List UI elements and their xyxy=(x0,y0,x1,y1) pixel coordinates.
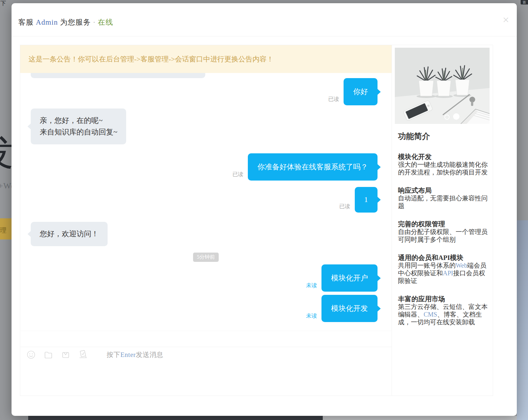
announcement-banner: 这是一条公告！你可以在后台管理->客服管理->会话窗口中进行更换公告内容！ xyxy=(20,45,392,73)
feature-title: 通用的会员和API模块 xyxy=(398,254,490,262)
bag-icon[interactable] xyxy=(61,350,71,360)
feature-section: 丰富的应用市场 第三方云存储、云短信、富文本编辑器、CMS、博客、文档生成，一切… xyxy=(398,295,490,326)
folder-icon[interactable] xyxy=(43,350,53,360)
close-icon[interactable]: × xyxy=(503,14,509,26)
sidebar-heading: 功能简介 xyxy=(398,131,490,141)
unread-status: 未读 xyxy=(306,312,317,319)
feature-desc: 自由分配子级权限、一个管理员可同时属于多个组别 xyxy=(398,228,490,243)
sidebar-carousel-image xyxy=(395,48,490,124)
dialog-content: 这是一条公告！你可以在后台管理->客服管理->会话窗口中进行更换公告内容！ 已读… xyxy=(20,45,493,396)
feature-title: 响应式布局 xyxy=(398,187,490,194)
feature-desc: 共用同一账号体系的Web端会员中心权限验证和API接口会员权限验证 xyxy=(398,262,490,285)
emoji-icon[interactable] xyxy=(26,350,36,360)
dialog-header: 客服 Admin 为您服务 · 在线 × xyxy=(12,3,517,36)
read-status: 已读 xyxy=(328,95,339,103)
background-top-right-icon: 首 xyxy=(521,0,528,4)
feature-title: 丰富的应用市场 xyxy=(398,295,490,303)
feature-title: 模块化开发 xyxy=(398,153,490,161)
feature-section: 模块化开发 强大的一键生成功能极速简化你的开发流程，加快你的项目开发 xyxy=(398,153,490,176)
timestamp-badge: 5分钟前 xyxy=(193,253,219,262)
sidebar-body: 功能简介 模块化开发 强大的一键生成功能极速简化你的开发流程，加快你的项目开发 … xyxy=(398,131,490,336)
unread-status: 未读 xyxy=(306,282,317,289)
message-row: 亲，您好，在的呢~ 来自知识库的自动回复~ xyxy=(20,109,392,144)
feature-desc: 强大的一键生成功能极速简化你的开发流程，加快你的项目开发 xyxy=(398,161,490,176)
chat-bubble-sent: 模块化开发 xyxy=(321,295,378,322)
composer[interactable]: 按下Enter发送消息 xyxy=(20,347,392,397)
time-divider: 5分钟前 xyxy=(20,253,392,262)
chat-bubble-sent: 你准备好体验在线客服系统了吗？ xyxy=(248,153,378,181)
chat-bubble-received: 您好，欢迎访问！ xyxy=(31,222,108,246)
background-text-fragment: 下 xyxy=(0,0,6,7)
feature-section: 完善的权限管理 自由分配子级权限、一个管理员可同时属于多个组别 xyxy=(398,220,490,243)
background-footer-light xyxy=(323,416,517,420)
background-gold-button: 理 xyxy=(0,218,12,239)
composer-toolbar: 按下Enter发送消息 xyxy=(26,350,163,360)
feature-desc: 第三方云存储、云短信、富文本编辑器、CMS、博客、文档生成，一切均可在线安装卸载 xyxy=(398,303,490,326)
evaluate-icon[interactable] xyxy=(78,350,88,360)
background-right-image xyxy=(517,220,528,420)
message-row: 已读 你好 xyxy=(20,78,392,105)
chat-bubble-received: 亲，您好，在的呢~ 来自知识库的自动回复~ xyxy=(31,109,126,144)
chat-dialog: 客服 Admin 为您服务 · 在线 × 这是一条公告！你可以在后台管理->客服… xyxy=(12,3,517,416)
feature-title: 完善的权限管理 xyxy=(398,220,490,228)
feature-desc: 自动适配，无需要担心兼容性问题 xyxy=(398,194,490,210)
message-row: 已读 你准备好体验在线客服系统了吗？ xyxy=(20,153,392,181)
screen: 下 首 发 PHP+Web 理 客服 Admin 为您服务 · 在线 × 这是一… xyxy=(0,0,528,420)
message-list[interactable]: 已读 你好 亲，您好，在的呢~ 来自知识库的自动回复~ 已读 你准备好体验在线客… xyxy=(20,73,392,331)
message-row: 已读 1 xyxy=(20,187,392,213)
carousel-dot-inactive[interactable] xyxy=(444,115,450,120)
feature-section: 通用的会员和API模块 共用同一账号体系的Web端会员中心权限验证和API接口会… xyxy=(398,254,490,285)
chat-bubble-sent: 1 xyxy=(355,187,378,213)
message-row: 未读 模块化开户 xyxy=(20,264,392,292)
message-row: 您好，欢迎访问！ xyxy=(20,222,392,246)
chat-bubble-sent: 模块化开户 xyxy=(321,264,378,292)
message-row: 未读 模块化开发 xyxy=(20,295,392,322)
carousel-dot-active[interactable] xyxy=(453,113,459,120)
dialog-title: 客服 Admin 为您服务 · 在线 xyxy=(18,17,113,27)
message-input[interactable]: 按下Enter发送消息 xyxy=(107,350,163,359)
info-sidebar: 功能简介 模块化开发 强大的一键生成功能极速简化你的开发流程，加快你的项目开发 … xyxy=(392,45,493,396)
chat-panel: 这是一条公告！你可以在后台管理->客服管理->会话窗口中进行更换公告内容！ 已读… xyxy=(20,45,392,396)
feature-section: 响应式布局 自动适配，无需要担心兼容性问题 xyxy=(398,187,490,210)
announcement-text: 这是一条公告！你可以在后台管理->客服管理->会话窗口中进行更换公告内容！ xyxy=(28,54,273,64)
read-status: 已读 xyxy=(339,203,350,210)
chat-bubble-sent: 你好 xyxy=(344,78,378,105)
read-status: 已读 xyxy=(232,171,243,178)
